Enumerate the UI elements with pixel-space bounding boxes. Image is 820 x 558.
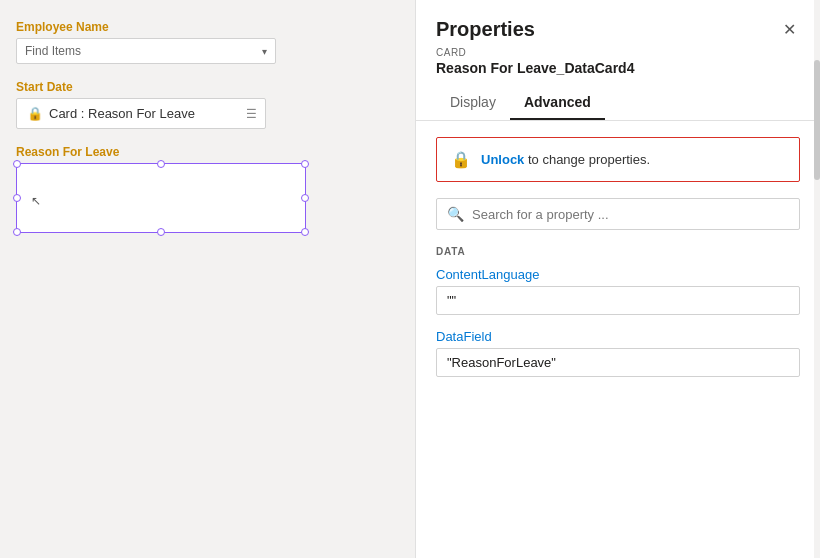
tab-advanced[interactable]: Advanced: [510, 86, 605, 120]
start-date-label: Start Date: [16, 80, 399, 94]
reason-for-leave-label: Reason For Leave: [16, 145, 399, 159]
property-content-language: ContentLanguage "": [436, 267, 800, 315]
lock-icon: 🔒: [451, 150, 471, 169]
lock-icon: 🔒: [27, 106, 43, 121]
scrollbar-thumb[interactable]: [814, 60, 820, 180]
employee-name-label: Employee Name: [16, 20, 399, 34]
property-content-language-value: "": [436, 286, 800, 315]
employee-name-dropdown[interactable]: Find Items ▾: [16, 38, 276, 64]
panel-header: Properties ✕ CARD Reason For Leave_DataC…: [416, 0, 820, 121]
property-content-language-name: ContentLanguage: [436, 267, 800, 282]
unlock-banner: 🔒 Unlock to change properties.: [436, 137, 800, 182]
search-box[interactable]: 🔍: [436, 198, 800, 230]
find-items-text: Find Items: [25, 44, 81, 58]
document-icon: ☰: [246, 107, 257, 121]
property-data-field-name: DataField: [436, 329, 800, 344]
search-icon: 🔍: [447, 206, 464, 222]
card-name: Reason For Leave_DataCard4: [436, 60, 800, 76]
close-button[interactable]: ✕: [779, 16, 800, 43]
reason-for-leave-group: Reason For Leave ↖: [16, 145, 399, 233]
tab-display[interactable]: Display: [436, 86, 510, 120]
scrollbar-track: [814, 0, 820, 558]
resize-handle-mr[interactable]: [301, 194, 309, 202]
canvas-editor: Employee Name Find Items ▾ Start Date 🔒 …: [0, 0, 415, 558]
resize-handle-tl[interactable]: [13, 160, 21, 168]
unlock-text: Unlock to change properties.: [481, 152, 650, 167]
chevron-down-icon: ▾: [262, 46, 267, 57]
properties-panel: Properties ✕ CARD Reason For Leave_DataC…: [415, 0, 820, 558]
card-field[interactable]: 🔒 Card : Reason For Leave ☰: [16, 98, 266, 129]
cursor-icon: ↖: [31, 194, 41, 208]
resize-handle-bl[interactable]: [13, 228, 21, 236]
resize-handle-tm[interactable]: [157, 160, 165, 168]
panel-title: Properties: [436, 18, 535, 41]
search-input[interactable]: [472, 207, 789, 222]
unlock-description: to change properties.: [524, 152, 650, 167]
unlock-link[interactable]: Unlock: [481, 152, 524, 167]
card-field-text: Card : Reason For Leave: [49, 106, 195, 121]
card-section-label: CARD: [436, 47, 800, 58]
panel-body: 🔒 Unlock to change properties. 🔍 DATA Co…: [416, 121, 820, 558]
property-data-field: DataField "ReasonForLeave": [436, 329, 800, 377]
resize-handle-br[interactable]: [301, 228, 309, 236]
start-date-group: Start Date 🔒 Card : Reason For Leave ☰: [16, 80, 399, 129]
resize-handle-ml[interactable]: [13, 194, 21, 202]
data-section-label: DATA: [436, 246, 800, 257]
employee-name-field-group: Employee Name Find Items ▾: [16, 20, 399, 64]
resize-handle-bm[interactable]: [157, 228, 165, 236]
reason-for-leave-box[interactable]: ↖: [16, 163, 306, 233]
resize-handle-tr[interactable]: [301, 160, 309, 168]
tabs-container: Display Advanced: [436, 86, 800, 120]
property-data-field-value: "ReasonForLeave": [436, 348, 800, 377]
panel-header-top: Properties ✕: [436, 16, 800, 43]
